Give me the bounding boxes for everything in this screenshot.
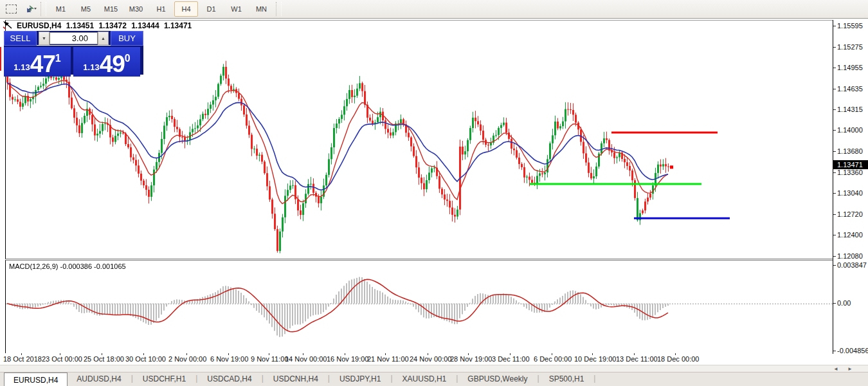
date-axis-label: 23 Oct 00:00 [42,355,82,363]
tab-separator: | [195,372,197,383]
tab-separator: | [262,372,264,383]
volume-increase-button[interactable]: ▲ [98,32,109,45]
chart-ohlc-title: EURUSD,H4 1.13451 1.13472 1.13444 1.1347… [17,21,194,30]
price-axis-tick [833,172,836,173]
timeframe-button-h1[interactable]: H1 [149,1,173,17]
date-axis-label: 16 Nov 19:00 [327,355,368,363]
tab-separator: | [456,372,458,383]
price-axis-tick [833,235,836,235]
timeframe-button-w1[interactable]: W1 [224,1,248,17]
price-axis-tick [833,47,836,48]
timeframe-button-m30[interactable]: M30 [124,1,148,17]
price-axis-label: 1.12720 [837,210,863,218]
chart-tab-eurusd-h4[interactable]: EURUSD,H4 [4,372,68,386]
sell-price-box[interactable]: 1.13471 [4,47,71,77]
timeframe-button-m1[interactable]: M1 [49,1,73,17]
price-axis-label: 1.12400 [837,231,863,239]
macd-indicator-label: MACD(12,26,9) -0.000386 -0.001065 [9,262,126,270]
open-value: 1.13451 [66,21,94,30]
sell-price-big: 47 [30,54,55,75]
date-axis-label: 2 Nov 00:00 [168,355,206,363]
buy-price-box[interactable]: 1.13490 [73,47,140,77]
timeframe-button-mn[interactable]: MN [249,1,273,17]
chart-tab-xauusd-h1[interactable]: XAUUSD,H1 [393,372,456,385]
date-axis-label: 25 Oct 18:00 [84,355,124,363]
chart-tab-bar: EURUSD,H4AUDUSD,H4|USDCHF,H1|USDCAD,H4|U… [0,372,868,386]
one-click-trading-panel: SELL ▼ 3.00 ▲ BUY 1.13471 1.13490 [4,31,143,75]
volume-stepper: ▼ 3.00 ▲ [39,31,109,45]
macd-axis-tick [833,303,836,304]
tab-separator: | [593,372,595,383]
timeframe-button-h4[interactable]: H4 [174,1,198,17]
chart-tab-usdcad-h4[interactable]: USDCAD,H4 [198,372,260,385]
chart-style-icon[interactable] [22,2,39,16]
volume-decrease-button[interactable]: ▼ [39,32,50,45]
close-value: 1.13471 [164,21,192,30]
toolbar-separator [276,2,282,16]
price-axis-tick [833,26,836,26]
price-axis-tick [833,214,836,215]
chart-tab-audusd-h4[interactable]: AUDUSD,H4 [68,372,130,385]
date-axis-label: 6 Nov 19:00 [210,355,248,363]
macd-chart-canvas[interactable] [6,261,833,352]
chart-tab-sp500-h1[interactable]: SP500,H1 [540,372,593,385]
trade-panel-top-row: SELL ▼ 3.00 ▲ BUY [4,31,143,46]
price-axis-label: 1.15595 [837,22,863,30]
toolbar-separator [41,2,46,16]
timeframe-button-m15[interactable]: M15 [99,1,123,17]
price-axis-label: 1.14315 [837,106,863,113]
timeframe-button-d1[interactable]: D1 [199,1,223,17]
chart-tab-usdjpy-h1[interactable]: USDJPY,H1 [330,372,390,385]
date-axis-label: 3 Dec 11:00 [492,355,530,363]
price-axis-label: 1.12080 [837,252,863,260]
price-axis-tick [833,256,836,257]
price-axis-tick [833,130,836,131]
panel-edge-mark [0,47,1,71]
chart-tab-gbpusd-weekly[interactable]: GBPUSD,Weekly [458,372,536,385]
buy-price-pip: 0 [125,53,131,64]
chart-workspace: MACD(12,26,9) -0.000386 -0.001065 1.1559… [0,19,868,386]
sell-price-prefix: 1.13 [14,62,30,72]
date-axis-label: 14 Nov 00:00 [285,355,327,363]
high-value: 1.13472 [98,21,126,30]
tab-separator: | [131,372,133,383]
timeframe-button-m5[interactable]: M5 [74,1,98,17]
price-axis-tick [833,151,836,152]
price-axis: 1.155951.152751.149551.146351.143151.140… [833,20,868,353]
date-axis-label: 6 Dec 00:00 [534,355,572,363]
sell-button[interactable]: SELL [4,31,37,46]
date-axis: 18 Oct 201823 Oct 00:0025 Oct 18:0030 Oc… [5,353,833,364]
date-axis-label: 10 Dec 19:00 [574,355,616,363]
macd-axis-tick [833,351,836,351]
date-axis-label: 13 Dec 11:00 [616,355,658,363]
low-value: 1.13444 [131,21,159,30]
volume-input[interactable]: 3.00 [50,32,98,44]
price-axis-tick [833,193,836,194]
timeframe-buttons: M1M5M15M30H1H4D1W1MN [48,1,274,17]
price-axis-tick [833,89,836,89]
buy-price-big: 49 [100,54,125,75]
price-axis-tick [833,68,836,68]
price-axis-label: 1.13040 [837,189,863,197]
chart-tab-usdchf-h1[interactable]: USDCHF,H1 [134,372,195,385]
date-axis-label: 21 Nov 11:00 [367,355,409,363]
tab-separator: | [390,372,392,383]
current-price-tag: 1.13471 [833,160,868,169]
buy-price-prefix: 1.13 [83,62,99,72]
buy-button[interactable]: BUY [111,31,143,46]
price-axis-label: 1.14955 [837,64,863,71]
chart-tab-usdcnh-h4[interactable]: USDCNH,H4 [264,372,327,385]
price-axis-label: 1.15275 [837,43,863,51]
date-axis-label: 28 Nov 19:00 [450,355,492,363]
date-axis-label: 30 Oct 10:00 [125,355,166,363]
macd-axis-label: -0.004856 [837,347,868,354]
selection-box-icon[interactable] [3,2,19,16]
date-axis-label: 24 Nov 00:00 [410,355,451,363]
date-axis-label: 9 Nov 11:00 [251,355,289,363]
symbol-period-label: EURUSD,H4 [17,21,61,30]
sell-price-pip: 1 [55,53,61,64]
price-axis-label: 1.14635 [837,85,863,93]
arrows-glyph [24,4,37,14]
tab-separator: | [538,372,539,383]
price-axis-tick [833,109,836,110]
